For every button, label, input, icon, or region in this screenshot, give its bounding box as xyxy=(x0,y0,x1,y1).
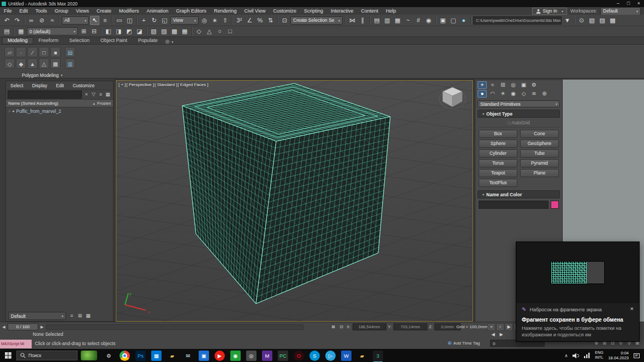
select-and-move-icon[interactable]: + xyxy=(139,16,148,25)
explorer-menu-edit[interactable]: Edit xyxy=(52,82,69,89)
camera-icon[interactable]: ◎ xyxy=(246,351,257,361)
explorer-menu-display[interactable]: Display xyxy=(28,82,52,89)
isolate-selection-toggle-icon[interactable]: ⊙ xyxy=(577,16,586,25)
key-step-forward-icon[interactable]: ▶ xyxy=(498,331,505,338)
menu-interactive[interactable]: Interactive xyxy=(327,7,357,15)
toggle-layer-explorer-icon[interactable]: ▥ xyxy=(383,16,392,25)
documents-icon[interactable]: ▥ xyxy=(65,58,75,69)
y-coordinate-field[interactable]: 703,14mm xyxy=(393,323,427,330)
reference-coordinate-system-dropdown[interactable]: View▾ xyxy=(170,16,199,25)
use-pivot-point-center-icon[interactable]: ◎ xyxy=(200,16,209,25)
ribbon-tab-populate[interactable]: Populate xyxy=(133,37,163,44)
preview-toggle-icon[interactable]: ◇ xyxy=(4,58,15,69)
network-icon[interactable] xyxy=(584,353,590,358)
select-link-icon[interactable]: ∞ xyxy=(27,16,36,25)
add-time-tag-button[interactable]: ⊕ Add Time Tag xyxy=(448,340,480,346)
open-recent-icon[interactable]: ▼ xyxy=(563,16,572,25)
object-name[interactable]: Puffic_from_marvel_2 xyxy=(16,108,61,114)
align-icon[interactable]: ∥ xyxy=(358,16,367,25)
speaker-icon[interactable] xyxy=(573,353,579,359)
named-views-icon[interactable]: ▨ xyxy=(598,16,607,25)
redo-icon[interactable]: ↷ xyxy=(13,16,22,25)
layer-dropdown[interactable]: 0 (default)▾ xyxy=(27,27,78,35)
unlink-selection-icon[interactable]: ⊘ xyxy=(37,16,46,25)
plane-button[interactable]: Plane xyxy=(520,169,559,177)
selection-lock-icon[interactable]: ▤ xyxy=(2,27,11,36)
textplus-button[interactable]: TextPlus xyxy=(479,179,517,187)
render-setup-icon[interactable]: ▣ xyxy=(438,16,448,25)
grid-square-icon[interactable]: ▩ xyxy=(170,27,179,36)
ribbon-tab-modeling[interactable]: Modeling xyxy=(2,37,33,44)
toggle-scene-explorer-icon[interactable]: ▤ xyxy=(372,16,381,25)
select-object-icon[interactable]: ↖ xyxy=(90,16,99,25)
create-tab-icon[interactable]: + xyxy=(478,81,487,89)
name-color-rollout-header[interactable]: ▾ Name and Color xyxy=(478,190,560,198)
photos-icon[interactable]: ▣ xyxy=(199,351,209,361)
hatched-square-icon[interactable]: ▧ xyxy=(149,27,158,36)
explorer-preset-dropdown[interactable]: Default ▾ xyxy=(8,312,66,320)
pycharm-icon[interactable]: PC xyxy=(278,351,288,361)
wireframe-mode-icon[interactable]: △ xyxy=(39,58,49,69)
ribbon-tab-selection[interactable]: Selection xyxy=(64,37,95,44)
named-selection-sets-dropdown[interactable]: Create Selection Se▾ xyxy=(290,16,343,25)
youtube-icon[interactable]: ▶ xyxy=(214,351,225,361)
minimize-button[interactable]: – xyxy=(613,0,623,7)
menu-graph-editors[interactable]: Graph Editors xyxy=(172,7,210,15)
hierarchy-tab-icon[interactable]: ⊞ xyxy=(498,81,508,89)
curve-editor-icon[interactable]: ~ xyxy=(403,16,413,25)
key-step-back-icon[interactable]: ◀ xyxy=(490,331,497,338)
telegram-icon[interactable]: ▷ xyxy=(325,351,336,361)
half-right-square-icon[interactable]: ◨ xyxy=(114,27,123,36)
menu-civil-view[interactable]: Civil View xyxy=(241,7,270,15)
menu-scripting[interactable]: Scripting xyxy=(300,7,327,15)
element-mode-icon[interactable]: ■ xyxy=(50,47,61,57)
add-selection-to-layer-icon[interactable]: ⊟ xyxy=(90,27,99,36)
selection-lock-toggle-icon[interactable]: ⊠ xyxy=(330,324,337,330)
viewport-shading-menu[interactable]: [ Edged Faces ] xyxy=(178,82,208,87)
opera-icon[interactable]: O xyxy=(294,351,304,361)
torus-button[interactable]: Torus xyxy=(479,159,517,167)
viewcube[interactable] xyxy=(438,83,467,112)
spinner-snap-toggle-icon[interactable]: ⇅ xyxy=(266,16,275,25)
mail-icon[interactable]: ✉ xyxy=(183,351,193,361)
menu-customize[interactable]: Customize xyxy=(269,7,300,15)
file-explorer-icon[interactable]: ▰ xyxy=(167,351,177,361)
menu-file[interactable]: File xyxy=(0,7,16,15)
clear-search-icon[interactable]: × xyxy=(83,91,90,98)
helpers-category-icon[interactable]: ◇ xyxy=(519,90,528,98)
menu-views[interactable]: Views xyxy=(72,7,93,15)
tray-expand-icon[interactable]: ∧ xyxy=(564,353,568,358)
viewport-pov-menu[interactable]: [ Perspective ] xyxy=(127,82,154,87)
undo-icon[interactable]: ↶ xyxy=(2,16,11,25)
calendar-icon[interactable]: ▦ xyxy=(151,351,162,361)
bind-to-space-warp-icon[interactable]: ≈ xyxy=(47,16,57,25)
display-tab-icon[interactable]: ▣ xyxy=(519,81,528,89)
lattice-mode-icon[interactable]: ▩ xyxy=(50,58,61,69)
half-left-square-icon[interactable]: ◧ xyxy=(104,27,113,36)
select-by-name-icon[interactable]: ≡ xyxy=(100,16,110,25)
column-header-frozen[interactable]: ▲ Frozen xyxy=(92,101,111,106)
cortana-image-icon[interactable] xyxy=(81,351,97,360)
ribbon-config-icon[interactable]: ◎▾ xyxy=(165,39,174,44)
pyramid-button[interactable]: Pyramid xyxy=(520,159,559,167)
edge-mode-icon[interactable]: ∕ xyxy=(27,47,38,57)
close-button[interactable]: × xyxy=(634,0,644,7)
windows-notification[interactable]: ✎ Набросок на фрагменте экрана × Фрагмен… xyxy=(516,242,640,342)
maxscript-mini-listener[interactable]: MAXScript Mi xyxy=(0,340,32,348)
column-header-name[interactable]: Name (Sorted Ascending) xyxy=(8,101,58,106)
keyboard-shortcut-override-icon[interactable]: ⇧ xyxy=(220,16,230,25)
viewport-general-menu[interactable]: [ + ] xyxy=(118,82,126,87)
menu-edit[interactable]: Edit xyxy=(16,7,32,15)
select-and-scale-icon[interactable]: ◱ xyxy=(160,16,169,25)
sign-in-button[interactable]: Sign In ▾ xyxy=(532,8,567,15)
shaded-mode-icon[interactable]: ▲ xyxy=(27,58,38,69)
settings-icon[interactable]: ⚙ xyxy=(104,351,114,361)
transform-typein-toggle-icon[interactable]: ⊡ xyxy=(338,324,345,330)
time-slider-prev-icon[interactable]: ◀ xyxy=(1,325,7,329)
menu-create[interactable]: Create xyxy=(93,7,115,15)
maximize-button[interactable]: □ xyxy=(623,0,634,7)
dotted-square-icon[interactable]: ▦ xyxy=(180,27,189,36)
object-color-swatch[interactable] xyxy=(551,201,559,209)
chrome-icon[interactable] xyxy=(120,351,130,361)
3dsmax-icon[interactable]: 3 xyxy=(373,351,383,361)
